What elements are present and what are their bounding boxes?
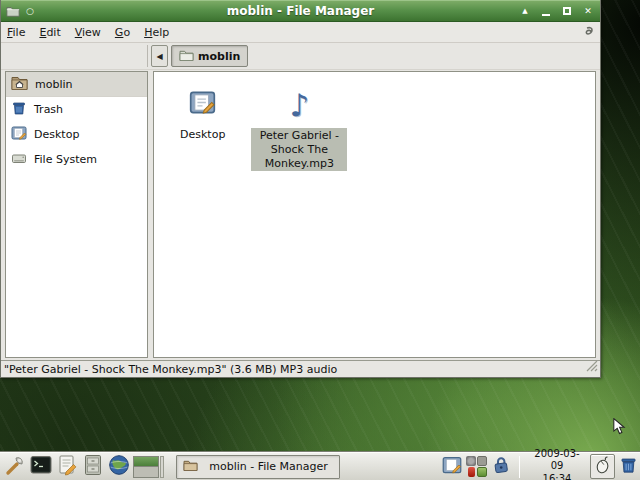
file-item-mp3[interactable]: ♪ Peter Gabriel - Shock The Monkey.mp3 [251,86,347,171]
close-icon: ✕ [584,7,592,16]
file-label-selected: Peter Gabriel - Shock The Monkey.mp3 [251,128,347,171]
back-arrow-icon: ◀ [156,52,162,61]
launcher-file-manager[interactable] [80,455,106,479]
sidebar-item-label: Trash [34,103,63,116]
system-tray: 2009-03-09 16:34 [442,448,638,480]
menu-help[interactable]: Help [144,26,169,39]
menubar: File Edit View Go Help [1,22,600,43]
status-text: "Peter Gabriel - Shock The Monkey.mp3" (… [4,363,337,376]
task-folder-icon [183,459,198,474]
shortcuts-sidebar: moblin Trash Desktop File System [5,71,148,358]
sidebar-item-label: Desktop [34,128,79,141]
minimize-icon [542,14,550,16]
music-note-icon: ♪ [289,92,309,120]
path-button-label: moblin [198,50,240,63]
web-browser-globe-icon [108,454,130,480]
task-button-label: moblin - File Manager [204,460,333,473]
close-button[interactable]: ✕ [581,4,595,18]
minimize-button[interactable] [539,4,553,18]
settings-wrench-icon [4,454,26,480]
mouse-icon [594,455,612,478]
terminal-icon [30,455,52,479]
taskbar-panel: moblin - File Manager 2009-03-09 16:34 [0,452,640,480]
file-label: Desktop [180,128,225,142]
tray-icon-gear[interactable] [466,456,476,466]
shade-icon: ▲ [522,8,527,15]
path-folder-icon [179,49,194,64]
taskbar-button-file-manager[interactable]: moblin - File Manager [176,455,340,479]
tray-icon-keyboard[interactable] [477,456,487,466]
file-cabinet-icon [83,454,103,480]
launcher-editor[interactable] [54,455,80,479]
throbber-icon [584,26,594,39]
tray-desktop-icon[interactable] [442,455,462,479]
pager-handle[interactable] [160,456,164,478]
menu-edit[interactable]: Edit [39,26,60,39]
trash-icon [11,100,27,119]
tray-lock-icon[interactable] [491,455,511,479]
sidebar-item-filesystem[interactable]: File System [6,147,147,172]
clock-time: 16:34 [528,473,586,480]
menu-view[interactable]: View [75,26,101,39]
maximize-icon [563,7,571,15]
workspace-pager[interactable] [133,456,159,478]
launcher-settings[interactable] [2,455,28,479]
statusbar: "Peter Gabriel - Shock The Monkey.mp3" (… [1,360,600,377]
tray-icon-network[interactable] [477,467,487,477]
clock-date: 2009-03-09 [528,448,586,473]
window-title: moblin - File Manager [1,4,600,18]
shade-button[interactable]: ▲ [518,4,532,18]
resize-grip[interactable] [586,360,598,375]
panel-trash-icon[interactable] [619,455,638,479]
text-editor-icon [56,454,78,480]
path-scroll-left-button[interactable]: ◀ [151,45,168,67]
titlebar[interactable]: ○ moblin - File Manager ▲ ✕ [1,0,600,22]
xfce-menu-button[interactable] [590,454,615,479]
path-button-moblin[interactable]: moblin [171,45,248,67]
home-folder-icon [11,75,28,93]
maximize-button[interactable] [560,4,574,18]
workspace-1-active[interactable] [134,457,158,468]
workspace-2[interactable] [134,467,158,477]
sticky-button[interactable]: ○ [26,7,34,16]
menu-file[interactable]: File [7,26,25,39]
tray-icon-battery[interactable] [468,467,475,477]
file-item-desktop[interactable]: Desktop [180,86,225,142]
panel-separator [519,456,520,478]
menu-go[interactable]: Go [115,26,130,39]
main-content: moblin Trash Desktop File System [1,70,600,360]
sidebar-item-desktop[interactable]: Desktop [6,122,147,147]
file-manager-window: ○ moblin - File Manager ▲ ✕ File Edit Vi… [0,0,601,378]
window-folder-icon[interactable] [6,2,20,21]
location-toolbar: ◀ moblin [1,43,600,70]
sidebar-item-trash[interactable]: Trash [6,97,147,122]
file-view[interactable]: Desktop ♪ Peter Gabriel - Shock The Monk… [153,71,596,358]
desktop-folder-icon [189,89,216,120]
sidebar-item-label: moblin [35,78,73,91]
tray-icon-cluster [466,456,487,477]
toolbar-separator [147,45,148,67]
clock: 2009-03-09 16:34 [528,448,586,480]
drive-icon [11,150,27,169]
launcher-terminal[interactable] [28,455,54,479]
launcher-browser[interactable] [106,455,132,479]
path-bar: ◀ moblin [151,45,248,67]
desktop-icon [11,125,27,144]
sidebar-item-label: File System [34,153,97,166]
sidebar-item-moblin[interactable]: moblin [6,72,147,97]
